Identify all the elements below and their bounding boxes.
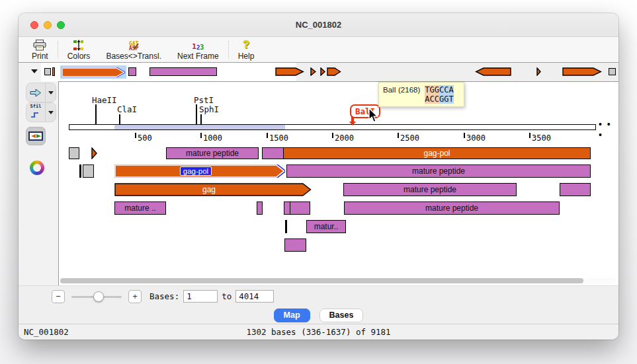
enzyme-site-tick (196, 104, 197, 124)
feature[interactable] (285, 220, 287, 233)
map-tab[interactable]: Map (274, 309, 310, 322)
ruler-tick (135, 133, 136, 138)
enzyme-label-haeii[interactable]: HaeII (92, 95, 117, 105)
range-controls: − + Bases: to (19, 285, 618, 307)
feature-mature-peptide[interactable]: mature peptide (343, 183, 517, 196)
feature-mature-peptide[interactable]: mature peptide (286, 164, 591, 178)
feature[interactable] (91, 147, 97, 159)
zoom-in-button[interactable]: + (128, 290, 142, 303)
sfil-cut-icon: Sfil (26, 103, 45, 122)
horizontal-scrollbar[interactable] (60, 278, 616, 283)
status-sequence-name: NC_001802 (24, 327, 69, 337)
print-label: Print (32, 52, 48, 61)
titlebar[interactable]: NC_001802 (19, 13, 618, 37)
sequence-continues-dots: • • • (599, 119, 618, 140)
bases-translation-button[interactable]: GAT ASP Bases<>Transl. (98, 37, 169, 62)
sequence-bar[interactable] (69, 124, 596, 130)
overview-track[interactable] (41, 63, 618, 81)
enzyme-sites-button[interactable]: Sfil (26, 102, 56, 122)
map-canvas[interactable]: HaeIIClaIPstISphI • • • 5001000150020002… (58, 81, 618, 285)
feature[interactable] (560, 183, 591, 196)
status-bar: 1302 bases (336-1637) of 9181 NC_001802 (19, 324, 618, 340)
ruler-tick (267, 133, 268, 138)
feature[interactable] (69, 147, 79, 159)
zoom-out-button[interactable]: − (52, 290, 65, 303)
feature[interactable] (257, 201, 263, 215)
next-frame-label: Next Frame (177, 52, 219, 61)
orange-arrow-icon (31, 134, 36, 138)
help-label: Help (238, 52, 255, 61)
ruler-tick-label: 1500 (269, 133, 288, 143)
toolbar: Print Colors (19, 37, 618, 63)
features-icon (28, 131, 43, 141)
overview-shape[interactable] (310, 67, 316, 76)
chevron-down-icon (48, 91, 54, 94)
bases-label: Bases: (149, 291, 179, 301)
overview-shape[interactable] (536, 67, 541, 76)
overview-shape[interactable] (562, 67, 602, 76)
feature-matur[interactable]: matur.. (306, 220, 346, 233)
tool-sidebar: Sfil (19, 81, 58, 285)
next-frame-button[interactable]: 123 Next Frame (169, 37, 227, 62)
bases-to-input[interactable] (235, 290, 274, 303)
goto-feature-button[interactable] (26, 83, 56, 102)
feature[interactable] (83, 164, 94, 178)
seq-bottom-right: GGT (439, 94, 454, 104)
overview-shape[interactable] (44, 68, 51, 75)
feature[interactable] (262, 147, 284, 159)
ruler-tick (200, 133, 202, 138)
overview-row (19, 63, 618, 81)
next-frame-icon: 123 (192, 39, 204, 51)
horizontal-scrollbar-thumb[interactable] (60, 278, 583, 283)
feature[interactable] (290, 201, 310, 215)
zoom-slider[interactable] (71, 290, 122, 303)
feature-mature-peptide[interactable]: mature peptide (344, 201, 560, 215)
ruler-tick-label: 2500 (400, 133, 419, 143)
overview-shape[interactable] (52, 67, 55, 76)
print-button[interactable]: Print (24, 37, 56, 62)
seq-top-right: CCA (439, 85, 454, 94)
overview-shape[interactable] (149, 67, 217, 76)
bases-from-input[interactable] (183, 290, 218, 303)
help-button[interactable]: ? Help (230, 37, 263, 62)
feature-mature[interactable]: mature .. (114, 201, 166, 215)
overview-selected-feature[interactable] (60, 65, 126, 79)
colors-button[interactable]: Colors (60, 37, 99, 62)
toolbar-separator (228, 41, 229, 58)
feature[interactable] (284, 238, 306, 252)
body-row: Sfil HaeIIC (19, 81, 618, 285)
feature-gag[interactable]: gag (114, 183, 312, 196)
to-label: to (222, 291, 232, 301)
ruler-tick-label: 3500 (532, 133, 551, 143)
enzyme-sites-dropdown[interactable] (45, 103, 56, 122)
overview-shape[interactable] (609, 68, 616, 75)
selection-region[interactable] (114, 125, 285, 129)
bases-tab[interactable]: Bases (319, 309, 364, 322)
overview-shape[interactable] (128, 67, 136, 76)
enzyme-site-tick (119, 114, 120, 124)
chevron-down-icon[interactable] (31, 69, 38, 73)
ruler-tick-label: 3000 (466, 133, 486, 143)
enzyme-label-psti[interactable]: PstI (194, 95, 214, 105)
feature-gag-pol[interactable]: gag-pol (114, 164, 285, 178)
ruler-tick (398, 133, 399, 138)
enzyme-label-sphi[interactable]: SphI (199, 104, 219, 114)
color-wheel-icon[interactable] (30, 161, 44, 175)
feature[interactable] (79, 164, 81, 178)
features-view-button[interactable] (26, 127, 46, 145)
enzyme-label-clai[interactable]: ClaI (117, 104, 137, 114)
overview-shape[interactable] (327, 67, 341, 76)
window-title: NC_001802 (19, 13, 618, 36)
goto-feature-dropdown[interactable] (45, 83, 56, 102)
colors-icon (73, 39, 84, 51)
overview-shape[interactable] (320, 67, 325, 76)
seq-bottom-left: ACC (425, 94, 439, 104)
desktop-background: NC_001802 Print (0, 0, 637, 364)
feature-gag-pol[interactable]: gag-pol (283, 147, 591, 159)
feature-mature-peptide[interactable]: mature peptide (166, 147, 259, 159)
overview-shape[interactable] (475, 67, 511, 76)
ruler-tick-label: 2000 (335, 133, 354, 143)
overview-corner[interactable] (19, 63, 41, 81)
zoom-slider-thumb[interactable] (93, 291, 104, 302)
overview-shape[interactable] (275, 67, 304, 76)
